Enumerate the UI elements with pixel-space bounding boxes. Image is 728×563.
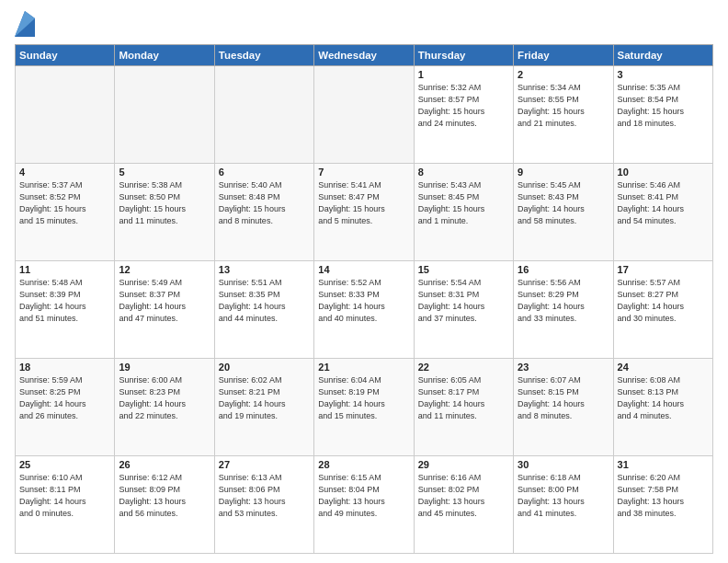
day-info: Sunrise: 5:32 AM Sunset: 8:57 PM Dayligh… — [418, 82, 509, 130]
calendar-week-2: 4Sunrise: 5:37 AM Sunset: 8:52 PM Daylig… — [16, 164, 713, 261]
calendar-cell: 1Sunrise: 5:32 AM Sunset: 8:57 PM Daylig… — [414, 66, 513, 164]
day-number: 8 — [418, 167, 509, 178]
calendar-week-1: 1Sunrise: 5:32 AM Sunset: 8:57 PM Daylig… — [16, 66, 713, 164]
day-info: Sunrise: 5:40 AM Sunset: 8:48 PM Dayligh… — [219, 179, 310, 227]
calendar-cell: 22Sunrise: 6:05 AM Sunset: 8:17 PM Dayli… — [414, 359, 513, 456]
weekday-header-wednesday: Wednesday — [314, 45, 414, 66]
calendar-cell: 11Sunrise: 5:48 AM Sunset: 8:39 PM Dayli… — [16, 261, 115, 359]
day-number: 1 — [418, 69, 509, 80]
day-info: Sunrise: 5:49 AM Sunset: 8:37 PM Dayligh… — [119, 277, 210, 325]
day-info: Sunrise: 5:57 AM Sunset: 8:27 PM Dayligh… — [618, 277, 709, 325]
day-info: Sunrise: 6:10 AM Sunset: 8:11 PM Dayligh… — [19, 472, 110, 520]
weekday-header-monday: Monday — [115, 45, 214, 66]
day-number: 18 — [19, 362, 110, 373]
calendar-cell: 14Sunrise: 5:52 AM Sunset: 8:33 PM Dayli… — [314, 261, 414, 359]
day-number: 19 — [119, 362, 210, 373]
calendar-cell: 12Sunrise: 5:49 AM Sunset: 8:37 PM Dayli… — [115, 261, 214, 359]
day-info: Sunrise: 5:46 AM Sunset: 8:41 PM Dayligh… — [618, 179, 709, 227]
calendar-cell: 8Sunrise: 5:43 AM Sunset: 8:45 PM Daylig… — [414, 164, 513, 261]
page: SundayMondayTuesdayWednesdayThursdayFrid… — [0, 0, 728, 563]
day-number: 13 — [219, 264, 310, 275]
calendar-cell: 3Sunrise: 5:35 AM Sunset: 8:54 PM Daylig… — [613, 66, 712, 164]
calendar-cell: 28Sunrise: 6:15 AM Sunset: 8:04 PM Dayli… — [314, 456, 414, 554]
weekday-header-friday: Friday — [514, 45, 613, 66]
calendar-week-4: 18Sunrise: 5:59 AM Sunset: 8:25 PM Dayli… — [16, 359, 713, 456]
calendar-cell: 24Sunrise: 6:08 AM Sunset: 8:13 PM Dayli… — [613, 359, 712, 456]
calendar-cell: 7Sunrise: 5:41 AM Sunset: 8:47 PM Daylig… — [314, 164, 414, 261]
day-number: 30 — [518, 459, 609, 470]
day-info: Sunrise: 5:51 AM Sunset: 8:35 PM Dayligh… — [219, 277, 310, 325]
calendar-cell: 18Sunrise: 5:59 AM Sunset: 8:25 PM Dayli… — [16, 359, 115, 456]
day-info: Sunrise: 6:07 AM Sunset: 8:15 PM Dayligh… — [518, 374, 609, 422]
weekday-header-row: SundayMondayTuesdayWednesdayThursdayFrid… — [16, 45, 713, 66]
day-info: Sunrise: 5:37 AM Sunset: 8:52 PM Dayligh… — [19, 179, 110, 227]
day-number: 28 — [318, 459, 409, 470]
day-info: Sunrise: 5:35 AM Sunset: 8:54 PM Dayligh… — [618, 82, 709, 130]
day-info: Sunrise: 6:12 AM Sunset: 8:09 PM Dayligh… — [119, 472, 210, 520]
day-info: Sunrise: 6:18 AM Sunset: 8:00 PM Dayligh… — [518, 472, 609, 520]
day-number: 24 — [618, 362, 709, 373]
day-number: 6 — [219, 167, 310, 178]
day-info: Sunrise: 6:16 AM Sunset: 8:02 PM Dayligh… — [418, 472, 509, 520]
weekday-header-sunday: Sunday — [16, 45, 115, 66]
day-info: Sunrise: 6:20 AM Sunset: 7:58 PM Dayligh… — [618, 472, 709, 520]
calendar-cell: 15Sunrise: 5:54 AM Sunset: 8:31 PM Dayli… — [414, 261, 513, 359]
calendar-cell: 23Sunrise: 6:07 AM Sunset: 8:15 PM Dayli… — [514, 359, 613, 456]
logo — [15, 15, 39, 37]
calendar-table: SundayMondayTuesdayWednesdayThursdayFrid… — [15, 44, 713, 554]
weekday-header-tuesday: Tuesday — [214, 45, 313, 66]
calendar-cell — [314, 66, 414, 164]
day-info: Sunrise: 6:15 AM Sunset: 8:04 PM Dayligh… — [318, 472, 409, 520]
calendar-cell: 20Sunrise: 6:02 AM Sunset: 8:21 PM Dayli… — [214, 359, 313, 456]
day-info: Sunrise: 5:41 AM Sunset: 8:47 PM Dayligh… — [318, 179, 409, 227]
day-number: 3 — [618, 69, 709, 80]
day-number: 21 — [318, 362, 409, 373]
calendar-cell: 30Sunrise: 6:18 AM Sunset: 8:00 PM Dayli… — [514, 456, 613, 554]
day-info: Sunrise: 5:48 AM Sunset: 8:39 PM Dayligh… — [19, 277, 110, 325]
day-info: Sunrise: 6:02 AM Sunset: 8:21 PM Dayligh… — [219, 374, 310, 422]
calendar-cell: 13Sunrise: 5:51 AM Sunset: 8:35 PM Dayli… — [214, 261, 313, 359]
weekday-header-saturday: Saturday — [613, 45, 712, 66]
day-info: Sunrise: 5:45 AM Sunset: 8:43 PM Dayligh… — [518, 179, 609, 227]
calendar-cell: 26Sunrise: 6:12 AM Sunset: 8:09 PM Dayli… — [115, 456, 214, 554]
calendar-cell: 29Sunrise: 6:16 AM Sunset: 8:02 PM Dayli… — [414, 456, 513, 554]
day-info: Sunrise: 5:54 AM Sunset: 8:31 PM Dayligh… — [418, 277, 509, 325]
day-info: Sunrise: 5:56 AM Sunset: 8:29 PM Dayligh… — [518, 277, 609, 325]
calendar-cell: 4Sunrise: 5:37 AM Sunset: 8:52 PM Daylig… — [16, 164, 115, 261]
calendar-cell — [16, 66, 115, 164]
logo-icon — [15, 11, 35, 37]
day-number: 17 — [618, 264, 709, 275]
day-number: 23 — [518, 362, 609, 373]
header — [15, 11, 713, 37]
day-info: Sunrise: 5:38 AM Sunset: 8:50 PM Dayligh… — [119, 179, 210, 227]
calendar-cell: 31Sunrise: 6:20 AM Sunset: 7:58 PM Dayli… — [613, 456, 712, 554]
day-number: 7 — [318, 167, 409, 178]
calendar-week-3: 11Sunrise: 5:48 AM Sunset: 8:39 PM Dayli… — [16, 261, 713, 359]
weekday-header-thursday: Thursday — [414, 45, 513, 66]
calendar-cell — [115, 66, 214, 164]
day-number: 15 — [418, 264, 509, 275]
calendar-cell: 25Sunrise: 6:10 AM Sunset: 8:11 PM Dayli… — [16, 456, 115, 554]
calendar-cell — [214, 66, 313, 164]
day-number: 14 — [318, 264, 409, 275]
day-number: 4 — [19, 167, 110, 178]
calendar-cell: 17Sunrise: 5:57 AM Sunset: 8:27 PM Dayli… — [613, 261, 712, 359]
day-number: 10 — [618, 167, 709, 178]
calendar-cell: 21Sunrise: 6:04 AM Sunset: 8:19 PM Dayli… — [314, 359, 414, 456]
calendar-cell: 6Sunrise: 5:40 AM Sunset: 8:48 PM Daylig… — [214, 164, 313, 261]
day-number: 12 — [119, 264, 210, 275]
day-info: Sunrise: 6:05 AM Sunset: 8:17 PM Dayligh… — [418, 374, 509, 422]
day-number: 26 — [119, 459, 210, 470]
day-info: Sunrise: 6:08 AM Sunset: 8:13 PM Dayligh… — [618, 374, 709, 422]
day-info: Sunrise: 5:52 AM Sunset: 8:33 PM Dayligh… — [318, 277, 409, 325]
day-info: Sunrise: 5:43 AM Sunset: 8:45 PM Dayligh… — [418, 179, 509, 227]
day-number: 31 — [618, 459, 709, 470]
day-info: Sunrise: 6:04 AM Sunset: 8:19 PM Dayligh… — [318, 374, 409, 422]
day-number: 27 — [219, 459, 310, 470]
day-info: Sunrise: 6:13 AM Sunset: 8:06 PM Dayligh… — [219, 472, 310, 520]
day-number: 2 — [518, 69, 609, 80]
calendar-cell: 9Sunrise: 5:45 AM Sunset: 8:43 PM Daylig… — [514, 164, 613, 261]
calendar-cell: 5Sunrise: 5:38 AM Sunset: 8:50 PM Daylig… — [115, 164, 214, 261]
calendar-cell: 19Sunrise: 6:00 AM Sunset: 8:23 PM Dayli… — [115, 359, 214, 456]
calendar-cell: 10Sunrise: 5:46 AM Sunset: 8:41 PM Dayli… — [613, 164, 712, 261]
